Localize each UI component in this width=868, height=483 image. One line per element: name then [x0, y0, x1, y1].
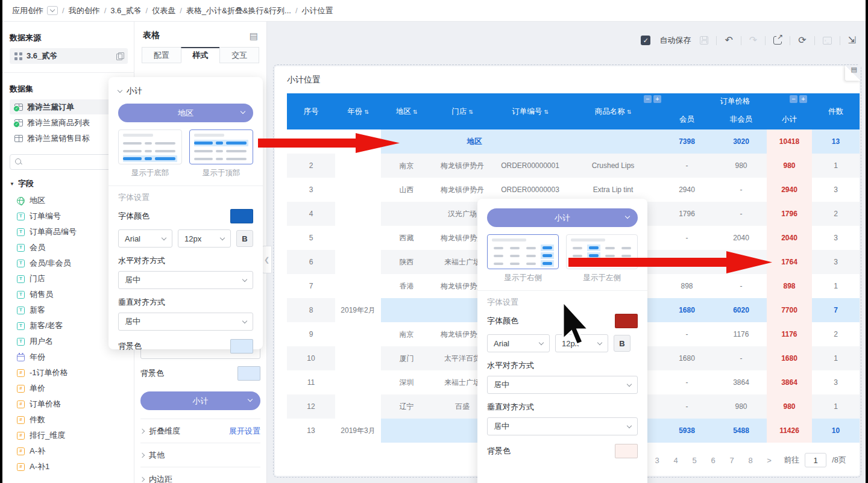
bg-color-swatch[interactable] — [237, 366, 260, 381]
refresh-icon[interactable]: ⟳ — [798, 36, 806, 45]
table-cell: - — [715, 202, 767, 226]
sort-icon[interactable]: ⇅ — [544, 109, 549, 115]
breadcrumb-item[interactable]: 小计位置 — [302, 6, 333, 15]
collapse-column-button[interactable]: − — [644, 95, 652, 103]
section-其他[interactable]: 其他 — [140, 443, 260, 467]
field-item[interactable]: 排行_维度 — [10, 428, 128, 443]
sheet-icon[interactable]: ▤ — [250, 31, 258, 40]
breadcrumb-item[interactable]: 仪表盘 — [152, 6, 175, 15]
col-header-nonmember[interactable]: 非会员 — [715, 109, 767, 129]
page-button-4[interactable]: 4 — [669, 453, 682, 467]
tab-配置[interactable]: 配置 — [142, 47, 181, 63]
valign-select[interactable]: 居中 — [118, 313, 253, 331]
bold-button[interactable]: B — [614, 335, 631, 352]
subtotal-pill[interactable]: 小计 — [487, 208, 638, 227]
expand-column-button[interactable]: + — [653, 95, 661, 103]
col-group-price[interactable]: 订单价格 — [658, 93, 812, 109]
sort-icon[interactable]: ⇅ — [413, 109, 418, 115]
breadcrumb-app-dropdown[interactable] — [47, 6, 58, 15]
page-button-6[interactable]: 6 — [706, 453, 720, 467]
field-item[interactable]: -1订单价格 — [10, 365, 128, 381]
dimension-pill[interactable]: 地区 — [118, 104, 253, 122]
col-header-region[interactable]: 地区⇅ — [381, 93, 432, 129]
field-item[interactable]: A-补1 — [10, 459, 128, 475]
chevron-right-icon — [140, 476, 145, 481]
sort-icon[interactable]: ⇅ — [364, 109, 369, 115]
table-cell: 2019年3月 — [335, 419, 381, 443]
expand-column-button[interactable]: + — [799, 95, 807, 103]
position-option-top[interactable]: 显示于顶部 — [189, 129, 253, 178]
font-color-swatch[interactable] — [230, 209, 253, 223]
font-color-swatch[interactable] — [615, 314, 638, 328]
field-item[interactable]: 单价 — [10, 381, 128, 396]
chevron-down-icon[interactable] — [118, 88, 122, 93]
bg-color-swatch[interactable] — [615, 444, 638, 458]
col-header-seq[interactable]: 序号 — [287, 93, 335, 129]
breadcrumb-app[interactable]: 应用创作 — [12, 5, 43, 16]
section-折叠维度[interactable]: 折叠维度展开设置 — [140, 419, 260, 443]
subtotal-pill[interactable]: 小计 — [140, 391, 260, 410]
table-row[interactable]: 3山西梅龙镇伊势丹ORDER00000003Extra Lip tint2940… — [287, 178, 860, 202]
datasource-item[interactable]: 3.6_贰爷 — [10, 48, 128, 64]
table-row[interactable]: 2南京梅龙镇伊势丹ORDER00000001Crushed Lips-98098… — [287, 154, 860, 178]
field-item[interactable]: 年份 — [10, 349, 128, 365]
field-item[interactable]: 件数 — [10, 412, 128, 428]
export-icon[interactable] — [773, 36, 782, 45]
panel-collapse-handle[interactable]: ❮ — [262, 246, 272, 273]
field-item[interactable]: A-补 — [10, 443, 128, 459]
dataset-name: 雅诗兰黛订单 — [27, 102, 74, 113]
next-page-button[interactable]: > — [763, 453, 776, 467]
table-cell — [568, 129, 658, 154]
table-cell: 9 — [287, 322, 335, 346]
table-cell: 3020 — [715, 129, 767, 154]
field-item[interactable]: 订单价格 — [10, 396, 128, 412]
col-header-store[interactable]: 门店⇅ — [432, 93, 492, 129]
breadcrumb-item[interactable]: 3.6_贰爷 — [110, 6, 141, 15]
col-header-member[interactable]: 会员 — [658, 109, 715, 129]
field-label: A-补 — [30, 446, 45, 457]
table-icon — [14, 119, 23, 126]
section-label: 其他 — [149, 450, 165, 461]
page-button-3[interactable]: 3 — [650, 453, 664, 467]
halign-select[interactable]: 居中 — [118, 271, 253, 289]
col-header-order[interactable]: 订单编号⇅ — [492, 93, 568, 129]
font-size-select[interactable]: 12px — [178, 229, 231, 248]
autosave-checkbox[interactable]: ✓ — [641, 36, 650, 45]
position-option-right[interactable]: 显示于右侧 — [487, 234, 559, 283]
table-cell — [335, 322, 381, 346]
bold-button[interactable]: B — [236, 230, 253, 247]
page-button-5[interactable]: 5 — [688, 453, 701, 467]
page-button-8[interactable]: 8 — [744, 453, 757, 467]
font-family-select[interactable]: Arial — [118, 229, 172, 248]
position-option-bottom[interactable]: 显示于底部 — [118, 129, 182, 178]
collapse-icon[interactable]: ⇲ — [848, 36, 856, 45]
font-family-select[interactable]: Arial — [487, 334, 550, 352]
halign-select[interactable]: 居中 — [487, 376, 638, 394]
breadcrumb-item[interactable]: 我的创作 — [69, 6, 100, 15]
page-button-7[interactable]: 7 — [725, 453, 738, 467]
table-cell: 2040 — [767, 226, 812, 250]
table-cell: 7700 — [767, 298, 812, 322]
search-input[interactable] — [26, 158, 122, 166]
breadcrumb-item[interactable]: 表格_小计&折叠&换行&行列... — [186, 6, 291, 15]
col-header-year[interactable]: 年份⇅ — [335, 93, 381, 129]
table-cell: 5488 — [715, 419, 767, 443]
table-cell: 980 — [767, 394, 812, 419]
tab-样式[interactable]: 样式 — [181, 47, 221, 63]
collapse-column-button[interactable]: − — [790, 95, 797, 103]
col-header-subtotal[interactable]: 小计 — [767, 109, 812, 129]
undo-icon[interactable]: ↶ — [725, 36, 732, 45]
bg-color-swatch[interactable] — [230, 339, 253, 354]
sort-icon[interactable]: ⇅ — [468, 109, 473, 115]
goto-page-input[interactable] — [805, 453, 826, 467]
table-cell: 1176 — [715, 322, 767, 346]
col-header-count[interactable]: 件数 — [812, 93, 860, 129]
valign-select[interactable]: 居中 — [487, 417, 638, 435]
tab-交互[interactable]: 交互 — [219, 47, 259, 63]
copy-icon[interactable] — [116, 52, 123, 60]
section-内边距[interactable]: 内边距 — [140, 467, 260, 483]
valign-label: 垂直对齐方式 — [118, 297, 253, 308]
expand-settings-link[interactable]: 展开设置 — [229, 426, 260, 437]
top-toolbar: ✓ 自动保存 ↶ ↷ ⟳ ›_ ⇲ — [641, 35, 856, 46]
sort-icon[interactable]: ⇅ — [627, 109, 632, 115]
